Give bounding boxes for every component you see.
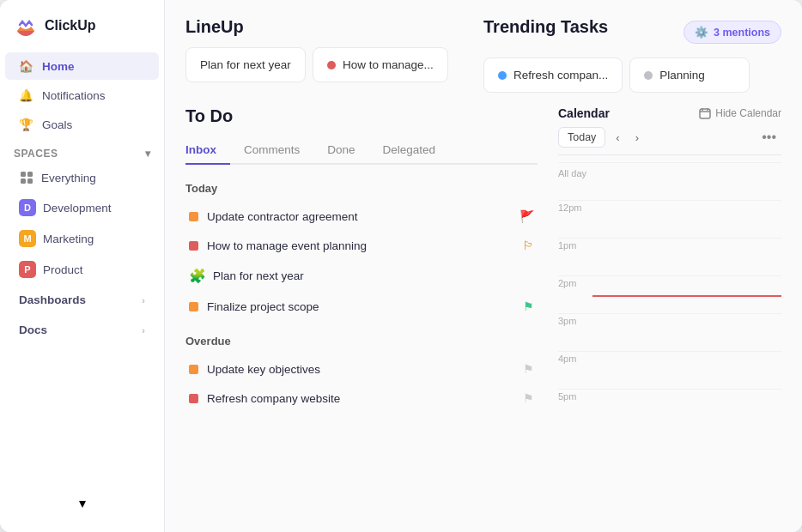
dashboards-chevron-icon: › — [142, 295, 145, 305]
prev-button[interactable]: ‹ — [611, 128, 624, 148]
spaces-chevron-down-icon[interactable]: ▾ — [145, 148, 151, 160]
trending-card-planning-label: Planning — [659, 69, 705, 82]
lineup-title: LineUp — [185, 17, 483, 37]
tab-done[interactable]: Done — [313, 136, 368, 163]
group-title-today: Today — [185, 182, 538, 195]
flag-icon: ⚑ — [523, 391, 534, 405]
task-name: How to manage event planning — [207, 239, 367, 252]
product-dot: P — [19, 261, 36, 278]
flag-icon: 🚩 — [519, 209, 534, 223]
trending-section: Trending Tasks ⚙️ 3 mentions Refresh com… — [483, 17, 781, 93]
next-button[interactable]: › — [630, 128, 644, 148]
mentions-badge[interactable]: ⚙️ 3 mentions — [684, 21, 781, 44]
sidebar-nav-item-goals[interactable]: 🏆 Goals — [5, 111, 159, 138]
task-status-dot — [189, 365, 198, 374]
lineup-cards: Plan for next year How to manage... — [185, 47, 483, 82]
lineup-card-how-to-label: How to manage... — [343, 58, 434, 71]
dashboards-label: Dashboards — [19, 293, 86, 306]
hide-calendar-button[interactable]: Hide Calendar — [699, 107, 781, 119]
bell-icon: 🔔 — [19, 88, 33, 102]
todo-section: To Do Inbox Comments Done Delegated Toda… — [165, 93, 802, 532]
task-left: Update contractor agreement — [189, 210, 358, 223]
flag-icon: ⚑ — [523, 362, 534, 376]
nav-label-home: Home — [42, 60, 75, 73]
tab-comments[interactable]: Comments — [230, 136, 313, 163]
lineup-card-plan-label: Plan for next year — [200, 58, 291, 71]
calendar-nav-row: Today ‹ › ••• — [558, 127, 781, 155]
flag-icon: 🏳 — [522, 239, 534, 252]
calendar-icon — [699, 107, 711, 119]
tab-inbox[interactable]: Inbox — [185, 136, 230, 163]
table-row[interactable]: 🧩 Plan for next year — [185, 260, 538, 292]
docs-chevron-icon: › — [142, 325, 145, 336]
time-slot-allday: All day — [558, 162, 781, 200]
collapse-icon: ▾ — [79, 495, 86, 511]
time-slot-2pm: 2pm — [558, 275, 781, 313]
nav-label-goals: Goals — [42, 118, 72, 131]
mentions-count: 3 mentions — [714, 27, 770, 39]
time-slot-3pm: 3pm — [558, 313, 781, 351]
trending-card-refresh-label: Refresh compan... — [513, 69, 608, 82]
grid-icon — [19, 170, 34, 185]
sidebar-item-dashboards[interactable]: Dashboards › — [5, 286, 159, 314]
clickup-logo-icon — [14, 14, 38, 38]
sidebar-item-development[interactable]: D Development — [5, 193, 159, 222]
time-slot-5pm: 5pm — [558, 389, 781, 426]
sidebar-item-product[interactable]: P Product — [5, 255, 159, 284]
nav-label-notifications: Notifications — [42, 89, 106, 102]
svg-rect-1 — [27, 172, 33, 177]
sidebar-label-everything: Everything — [41, 172, 96, 184]
hide-calendar-label: Hide Calendar — [715, 107, 781, 119]
todo-title: To Do — [185, 106, 538, 126]
svg-rect-2 — [21, 178, 26, 184]
marketing-dot: M — [19, 230, 36, 247]
table-row[interactable]: Update contractor agreement 🚩 — [185, 202, 538, 231]
more-options-button[interactable]: ••• — [756, 128, 781, 147]
sidebar-nav-item-home[interactable]: 🏠 Home — [5, 52, 159, 80]
time-slot-1pm: 1pm — [558, 238, 781, 275]
table-row[interactable]: Finalize project scope ⚑ — [185, 292, 538, 321]
sidebar: ClickUp 🏠 Home 🔔 Notifications 🏆 Goals S… — [0, 0, 165, 532]
trending-dot-blue — [498, 71, 507, 80]
today-button[interactable]: Today — [558, 127, 605, 148]
task-status-dot — [189, 212, 198, 221]
svg-rect-4 — [700, 109, 710, 118]
task-name: Update key objectives — [207, 363, 320, 376]
gear-icon: ⚙️ — [695, 26, 708, 39]
sidebar-nav-item-notifications[interactable]: 🔔 Notifications — [5, 82, 159, 109]
lineup-card-plan[interactable]: Plan for next year — [185, 47, 306, 82]
time-1pm: 1pm — [558, 239, 589, 251]
task-name: Plan for next year — [213, 269, 304, 282]
tasks-panel: To Do Inbox Comments Done Delegated Toda… — [185, 106, 538, 532]
trending-header: Trending Tasks ⚙️ 3 mentions — [483, 17, 781, 47]
sidebar-label-marketing: Marketing — [43, 233, 94, 245]
tasks-list: Today Update contractor agreement 🚩 How … — [185, 178, 538, 532]
puzzle-icon: 🧩 — [189, 268, 206, 284]
task-left: Finalize project scope — [189, 300, 319, 313]
table-row[interactable]: Refresh company website ⚑ — [185, 384, 538, 413]
sidebar-item-everything[interactable]: Everything — [5, 164, 159, 191]
task-name: Finalize project scope — [207, 300, 319, 313]
table-row[interactable]: Update key objectives ⚑ — [185, 354, 538, 384]
tab-delegated[interactable]: Delegated — [369, 136, 450, 163]
sidebar-item-docs[interactable]: Docs › — [5, 316, 159, 344]
current-time-line — [592, 295, 781, 297]
sidebar-label-product: Product — [43, 263, 83, 276]
task-name: Refresh company website — [207, 392, 340, 405]
task-left: How to manage event planning — [189, 239, 367, 252]
task-status-dot — [189, 241, 198, 251]
trending-card-refresh[interactable]: Refresh compan... — [483, 57, 623, 93]
table-row[interactable]: How to manage event planning 🏳 — [185, 231, 538, 260]
top-section: LineUp Plan for next year How to manage.… — [165, 0, 802, 93]
time-5pm: 5pm — [558, 390, 589, 402]
sidebar-item-marketing[interactable]: M Marketing — [5, 224, 159, 253]
task-left: 🧩 Plan for next year — [189, 268, 304, 284]
development-dot: D — [19, 199, 36, 216]
lineup-card-how-to[interactable]: How to manage... — [313, 47, 448, 82]
trending-card-planning[interactable]: Planning — [629, 57, 750, 93]
task-left: Refresh company website — [189, 392, 340, 405]
sidebar-collapse-button[interactable]: ▾ — [0, 488, 164, 518]
logo: ClickUp — [0, 14, 164, 51]
spaces-section-header: Spaces ▾ — [0, 139, 164, 163]
calendar-title: Calendar — [558, 106, 610, 120]
